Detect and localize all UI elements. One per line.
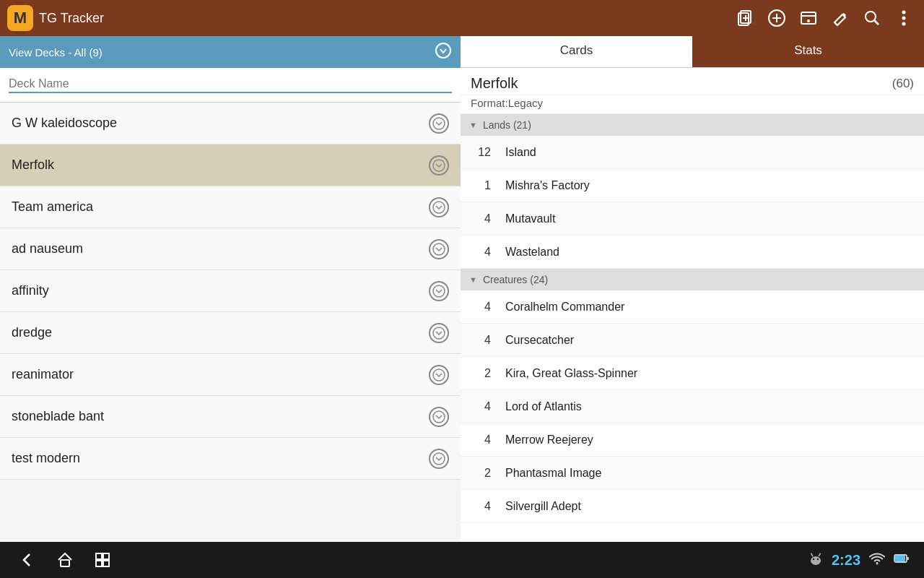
recents-button[interactable] bbox=[90, 547, 116, 573]
deck-item-chevron[interactable] bbox=[429, 281, 449, 301]
deck-icon[interactable] bbox=[796, 5, 821, 31]
deck-item-chevron[interactable] bbox=[429, 155, 449, 176]
card-name: Coralhelm Commander bbox=[505, 301, 624, 314]
svg-point-17 bbox=[433, 118, 445, 129]
svg-point-22 bbox=[433, 327, 445, 339]
top-bar: M TG Tracker bbox=[0, 0, 924, 36]
battery-icon bbox=[894, 553, 910, 566]
deck-item-chevron[interactable] bbox=[429, 323, 449, 343]
deck-list-item[interactable]: affinity bbox=[0, 270, 461, 312]
deck-item-label: ad nauseum bbox=[12, 241, 429, 256]
search-box bbox=[0, 68, 461, 103]
svg-point-31 bbox=[811, 556, 821, 565]
deck-format: Format:Legacy bbox=[461, 95, 924, 114]
deck-list-item[interactable]: ad nauseum bbox=[0, 228, 461, 270]
card-quantity: 4 bbox=[471, 334, 491, 347]
card-name: Cursecatcher bbox=[505, 334, 574, 347]
svg-point-18 bbox=[433, 160, 445, 171]
tab-stats[interactable]: Stats bbox=[692, 36, 924, 67]
deck-item-chevron[interactable] bbox=[429, 239, 449, 259]
card-name: Phantasmal Image bbox=[505, 467, 601, 480]
app-title: TG Tracker bbox=[39, 11, 726, 26]
deck-item-chevron[interactable] bbox=[429, 113, 449, 134]
section-header[interactable]: ▼ Lands (21) bbox=[461, 114, 924, 136]
card-name: Wasteland bbox=[505, 246, 559, 259]
add-icon[interactable] bbox=[764, 5, 790, 31]
deck-card-count: (60) bbox=[892, 77, 914, 91]
bottom-right-status: 2:23 bbox=[808, 551, 910, 569]
deck-list-item[interactable]: Team america bbox=[0, 186, 461, 228]
svg-point-13 bbox=[902, 11, 906, 14]
wifi-icon bbox=[869, 552, 885, 568]
card-name: Mishra's Factory bbox=[505, 179, 590, 192]
deck-list-item[interactable]: G W kaleidoscope bbox=[0, 103, 461, 144]
card-row[interactable]: 4Cursecatcher bbox=[461, 324, 924, 357]
svg-point-19 bbox=[433, 202, 445, 213]
deck-item-chevron[interactable] bbox=[429, 197, 449, 217]
bottom-bar: 2:23 bbox=[0, 542, 924, 578]
svg-rect-28 bbox=[103, 553, 109, 559]
deck-item-chevron[interactable] bbox=[429, 365, 449, 385]
back-button[interactable] bbox=[14, 547, 40, 573]
card-quantity: 4 bbox=[471, 500, 491, 513]
svg-rect-30 bbox=[103, 561, 109, 566]
card-row[interactable]: 4Merrow Reejerey bbox=[461, 423, 924, 457]
tab-bar: Cards Stats bbox=[461, 36, 924, 68]
card-row[interactable]: 1Mishra's Factory bbox=[461, 169, 924, 202]
app-logo: M bbox=[7, 5, 33, 31]
tab-cards[interactable]: Cards bbox=[461, 36, 692, 67]
card-row[interactable]: 2Kira, Great Glass-Spinner bbox=[461, 357, 924, 390]
svg-point-32 bbox=[813, 558, 814, 560]
deck-search-input[interactable] bbox=[9, 77, 452, 93]
svg-point-9 bbox=[807, 20, 810, 22]
svg-point-25 bbox=[433, 453, 445, 465]
card-row[interactable]: 4Coralhelm Commander bbox=[461, 290, 924, 324]
card-row[interactable]: 12Island bbox=[461, 136, 924, 169]
card-row[interactable]: 4Mutavault bbox=[461, 202, 924, 236]
android-icon bbox=[808, 551, 823, 569]
deck-list-item[interactable]: Merfolk bbox=[0, 144, 461, 186]
deck-item-label: Team america bbox=[12, 199, 429, 215]
card-row[interactable]: 4Lord of Atlantis bbox=[461, 390, 924, 423]
card-name: Silvergill Adept bbox=[505, 500, 581, 513]
svg-point-15 bbox=[902, 22, 906, 26]
section-header[interactable]: ▼ Creatures (24) bbox=[461, 269, 924, 290]
more-icon[interactable] bbox=[891, 5, 917, 31]
deck-list-item[interactable]: test modern bbox=[0, 438, 461, 480]
card-row[interactable]: 2Phantasmal Image bbox=[461, 457, 924, 490]
card-row[interactable]: 4Silvergill Adept bbox=[461, 490, 924, 523]
deck-list-item[interactable]: stoneblade bant bbox=[0, 396, 461, 438]
deck-item-label: dredge bbox=[12, 325, 429, 340]
svg-point-16 bbox=[436, 43, 450, 58]
section-label: Lands (21) bbox=[483, 119, 531, 131]
deck-item-label: stoneblade bant bbox=[12, 409, 429, 424]
deck-item-label: affinity bbox=[12, 283, 429, 298]
left-panel: View Decks - All (9) G W kaleidoscope Me… bbox=[0, 36, 461, 542]
card-quantity: 12 bbox=[471, 146, 491, 159]
edit-icon[interactable] bbox=[827, 5, 853, 31]
card-name: Merrow Reejerey bbox=[505, 434, 593, 447]
deck-list: G W kaleidoscope Merfolk Team america ad… bbox=[0, 103, 461, 480]
deck-list-item[interactable]: dredge bbox=[0, 312, 461, 354]
deck-item-label: G W kaleidoscope bbox=[12, 116, 429, 131]
deck-item-chevron[interactable] bbox=[429, 449, 449, 469]
svg-rect-27 bbox=[96, 553, 102, 559]
svg-point-37 bbox=[819, 553, 821, 555]
deck-item-chevron[interactable] bbox=[429, 407, 449, 427]
deck-header-title: View Decks - All (9) bbox=[9, 46, 435, 59]
search-icon[interactable] bbox=[859, 5, 885, 31]
card-quantity: 4 bbox=[471, 246, 491, 259]
deck-list-header[interactable]: View Decks - All (9) bbox=[0, 36, 461, 68]
section-label: Creatures (24) bbox=[483, 274, 548, 285]
card-name: Kira, Great Glass-Spinner bbox=[505, 367, 637, 380]
deck-list-item[interactable]: reanimator bbox=[0, 354, 461, 396]
svg-point-14 bbox=[902, 17, 906, 20]
svg-rect-40 bbox=[895, 556, 905, 561]
home-button[interactable] bbox=[52, 547, 78, 573]
svg-point-33 bbox=[817, 558, 819, 560]
deck-item-label: reanimator bbox=[12, 367, 429, 382]
card-row[interactable]: 4Wasteland bbox=[461, 236, 924, 269]
deck-header-chevron[interactable] bbox=[435, 42, 452, 63]
deck-copy-icon[interactable] bbox=[732, 5, 758, 31]
section-chevron: ▼ bbox=[469, 275, 477, 284]
